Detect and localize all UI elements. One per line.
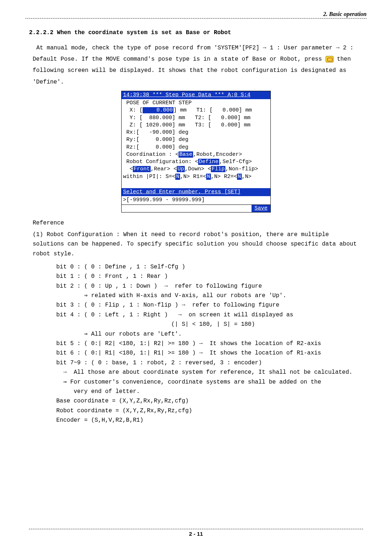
- row-front-rear: <Front,Rear> <Up,Down> <Flip,Non-flip>: [123, 166, 269, 173]
- row-rx: Rx:[ -90.000] deg: [123, 129, 269, 136]
- intro-line-1: At manual mode, check the type of pose r…: [36, 43, 359, 53]
- robot-config-description: (1) Robot Configuration : When it need t…: [33, 230, 359, 259]
- screen-title: 14:39:38 *** Step Pose Data *** A:0 S:4: [122, 91, 270, 99]
- robot-icon: [326, 56, 334, 62]
- screen-prompt: Select and Enter number, Press [SET]: [122, 188, 270, 196]
- section-title: 2.2.2.2 When the coordinate system is se…: [29, 29, 367, 36]
- screen-subtitle: POSE OF CURRENT STEP: [123, 100, 269, 107]
- chapter-header: 2. Basic operation: [25, 0, 367, 17]
- intro-line-4: 'Define'.: [33, 77, 359, 87]
- row-y: Y: [ 880.000] mm T2: [ 0.000] mm: [123, 114, 269, 122]
- row-within-pi: within |PI|: S=<N,N> R1=<N,N> R2=<N,N>: [123, 173, 269, 181]
- intro-line-2a: Default Pose. If the MOVE command's pose…: [33, 56, 326, 62]
- intro-line-2b: then: [337, 56, 351, 62]
- screen-range: >[-99999.999 - 99999.999]: [122, 196, 270, 204]
- intro-line-3: following screen will be displayed. It s…: [33, 66, 359, 76]
- row-robot-config: Robot Configuration: <Define,Self-Cfg>: [123, 158, 269, 166]
- row-coordination: Coordination : <Base,Robot,Encoder>: [123, 151, 269, 158]
- row-ry: Ry:[ 0.000] deg: [123, 136, 269, 143]
- row-z: Z: [ 1020.000] mm T3: [ 0.000] mm: [123, 122, 269, 129]
- row-x: X: [ 0.000] mm T1: [ 0.000] mm: [123, 107, 269, 114]
- bit-definitions: bit 0 : ( 0 : Define , 1 : Self-Cfg ) bi…: [56, 262, 367, 425]
- screen-bottom: Save: [122, 204, 270, 212]
- divider-top: [25, 18, 367, 19]
- save-button[interactable]: Save: [252, 205, 270, 212]
- pose-data-screen: 14:39:38 *** Step Pose Data *** A:0 S:4 …: [121, 91, 271, 212]
- reference-label: Reference: [33, 220, 367, 226]
- row-rz: Rz:[ 0.000] deg: [123, 144, 269, 151]
- page-number: 2 - 11: [189, 531, 203, 537]
- intro-line-2: Default Pose. If the MOVE command's pose…: [33, 54, 359, 64]
- page-footer: 2 - 11: [29, 529, 363, 537]
- blank-row: [123, 181, 269, 188]
